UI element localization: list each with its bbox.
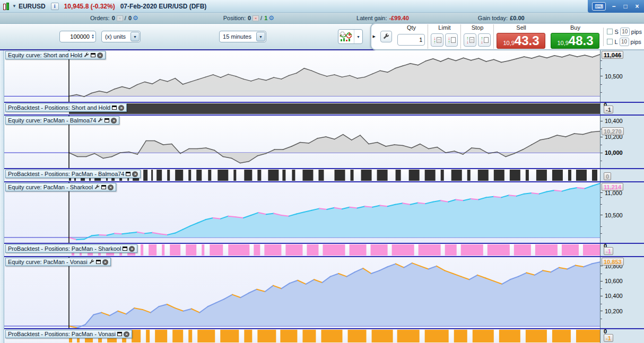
trading-panel: ▶ Qty Limit ↓↑ ↓↑ <box>370 23 644 50</box>
axis-minor-tick <box>601 226 602 227</box>
chart-plot-area[interactable]: Equity curve: PacMan - Balmoa74 × <box>4 116 600 168</box>
timeframe-dropdown-arrow-icon[interactable]: ▼ <box>256 32 265 41</box>
window-icon[interactable] <box>126 172 130 176</box>
qty-label: Qty <box>407 24 416 32</box>
chart-plot-area[interactable]: ProBacktest - Positions: PacMan - Sharko… <box>4 244 600 256</box>
instrument-symbol[interactable]: EURUSD <box>19 3 46 10</box>
collapse-panel-arrow-icon[interactable]: ▶ <box>372 31 378 42</box>
limit-order-edit-button[interactable]: ↓↑ <box>445 33 458 47</box>
panel-tab: ProBacktest - Positions: PacMan - Sharko… <box>5 244 137 253</box>
window-icon[interactable] <box>123 247 127 251</box>
axis-gutter: 10,80010,60010,40010,20010,853 <box>600 257 644 328</box>
wrench-icon[interactable] <box>94 184 100 190</box>
gain-today-label: Gain today: <box>478 15 508 21</box>
close-button[interactable]: × <box>633 3 641 10</box>
wrench-icon[interactable] <box>89 259 94 265</box>
l-label: L <box>614 39 617 45</box>
sell-price-big: 43.3 <box>515 34 539 48</box>
window-icon[interactable] <box>117 332 122 336</box>
keyboard-icon[interactable]: ⌨ <box>592 2 606 11</box>
chart-plot-area[interactable]: Equity curve: Short and Hold × <box>4 50 600 102</box>
green-candle-icon <box>6 3 9 10</box>
axis-tick-label: 10,500 <box>601 212 623 218</box>
window-icon[interactable] <box>105 118 109 122</box>
buy-button[interactable]: 10,9 48.3 <box>551 33 599 49</box>
left-window-frame <box>0 50 4 343</box>
units-dropdown-arrow-icon[interactable]: ▼ <box>130 32 140 41</box>
axis-tick-label: 10,200 <box>601 308 623 314</box>
orders-settings-gears-icon[interactable]: ⚙ <box>133 14 138 22</box>
window-icon[interactable] <box>112 105 117 110</box>
add-chart-button-group: ▼ <box>338 29 363 44</box>
latent-gain-value: -£99.40 <box>389 15 409 21</box>
close-icon[interactable]: × <box>97 52 103 58</box>
info-icon[interactable]: i <box>51 3 59 10</box>
limit-order-button[interactable]: ↓↑ <box>431 33 443 47</box>
stepper-arrows-icon[interactable]: ▲▼ <box>91 34 94 39</box>
s-pips-input[interactable]: 10 <box>620 28 630 36</box>
panel-title: ProBacktest - Positions: PacMan - Sharko… <box>8 245 121 252</box>
window-icon[interactable] <box>101 185 106 189</box>
gain-today-value: £0.00 <box>510 15 525 21</box>
red-candle-icon <box>3 4 6 10</box>
add-chart-icon[interactable] <box>338 30 354 43</box>
wrench-icon[interactable] <box>84 52 89 58</box>
axis-gutter: 10,40010,20010,00010,270 <box>600 116 644 168</box>
panel-title: Equity curve: Short and Hold <box>8 52 82 58</box>
close-icon[interactable]: × <box>102 259 108 265</box>
chart-plot-area[interactable]: Equity curve: PacMan - Sharkool × <box>4 182 600 243</box>
quantity-input[interactable] <box>62 33 90 40</box>
current-value-box: 11,046 <box>602 51 623 59</box>
axis-gutter: 0-1 <box>600 329 644 343</box>
chart-plot-area[interactable]: ProBacktest - Positions: Short and Hold … <box>4 103 600 115</box>
l-pips-input[interactable]: 10 <box>620 38 629 46</box>
trade-settings-wrench-icon[interactable] <box>380 31 392 42</box>
chart-plot-area[interactable]: ProBacktest - Positions: PacMan - Balmoa… <box>4 169 600 181</box>
panel-tab: Equity curve: PacMan - Sharkool × <box>5 183 116 191</box>
limit-label: Limit <box>438 24 450 32</box>
window-icon[interactable] <box>91 53 95 57</box>
close-icon[interactable]: × <box>108 184 114 190</box>
minimize-button[interactable]: − <box>610 3 617 10</box>
axis-minor-tick <box>601 60 602 61</box>
stop-order-button[interactable]: ↑↓ <box>464 33 476 47</box>
current-value-box: 11,214 <box>602 183 623 191</box>
wrench-icon[interactable] <box>98 118 103 123</box>
maximize-button[interactable]: □ <box>622 3 629 10</box>
window-icon[interactable] <box>96 260 101 264</box>
close-icon[interactable]: × <box>132 171 138 177</box>
toolbar: ▲▼ (x) units ▼ 15 minutes ▼ ▼ <box>0 24 644 50</box>
position-value2: 1 <box>264 15 267 21</box>
equity-curve-svg <box>4 257 600 328</box>
chart-plot-area[interactable]: Equity curve: PacMan - Vonasi × <box>4 257 600 328</box>
close-icon[interactable]: × <box>111 118 117 124</box>
close-icon[interactable]: × <box>124 331 129 337</box>
position-settings-gears-icon[interactable]: ⚙ <box>268 14 274 22</box>
qty-input[interactable] <box>397 34 425 46</box>
instrument-dropdown-arrow-icon[interactable]: ▼ <box>12 4 16 8</box>
axis-gutter: 11,00010,50011,214 <box>600 182 644 243</box>
axis-tick-label: 10,400 <box>601 293 623 299</box>
close-icon[interactable]: × <box>118 105 124 111</box>
axis-minor-tick <box>601 233 602 234</box>
close-icon[interactable]: × <box>129 246 135 252</box>
stop-order-edit-button[interactable]: ↑↓ <box>478 33 491 47</box>
sell-price-small: 10,9 <box>503 40 514 46</box>
stop-checkbox[interactable] <box>607 29 613 34</box>
cancel-orders-icon[interactable]: × <box>117 15 123 21</box>
close-position-icon[interactable]: × <box>253 15 259 21</box>
axis-minor-tick <box>601 319 602 319</box>
units-select[interactable]: (x) units ▼ <box>101 31 141 42</box>
chart-plot-area[interactable]: ProBacktest - Positions: PacMan - Vonasi… <box>4 329 600 343</box>
orders-label: Orders: <box>90 15 110 21</box>
stop-label: Stop <box>472 24 484 32</box>
panel-title: Equity curve: PacMan - Vonasi <box>8 259 88 265</box>
chart-type-dropdown-arrow-icon[interactable]: ▼ <box>354 35 362 39</box>
sell-button[interactable]: 10,9 43.3 <box>497 33 545 49</box>
axis-minor-tick <box>601 161 602 161</box>
quantity-stepper[interactable]: ▲▼ <box>59 31 96 42</box>
application-window: ▼ EURUSD i 10,945.8 (-0.32%) 07-Feb-2020… <box>0 0 644 343</box>
axis-gutter: 0 <box>600 169 644 181</box>
timeframe-select[interactable]: 15 minutes ▼ <box>219 31 266 42</box>
limit-checkbox[interactable] <box>607 39 613 45</box>
